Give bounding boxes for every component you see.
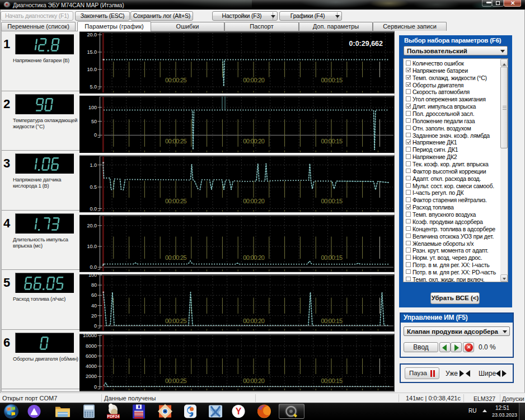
svg-text:100: 100 <box>88 105 97 110</box>
svg-text:00:00:15: 00:00:15 <box>321 254 343 261</box>
svg-text:4000: 4000 <box>86 363 97 369</box>
svg-text:00:00:15: 00:00:15 <box>321 318 343 324</box>
svg-text:80: 80 <box>91 282 97 288</box>
svg-text:0:0:29,662: 0:0:29,662 <box>349 40 383 48</box>
svg-text:50: 50 <box>91 119 97 124</box>
svg-text:10.0: 10.0 <box>87 67 97 72</box>
svg-text:0.5: 0.5 <box>90 184 97 190</box>
svg-text:60: 60 <box>91 292 97 298</box>
svg-text:00:00:15: 00:00:15 <box>321 77 343 83</box>
svg-text:20.0: 20.0 <box>87 223 97 228</box>
svg-text:0: 0 <box>94 323 97 329</box>
svg-text:Y: Y <box>236 407 242 416</box>
svg-text:100: 100 <box>88 272 97 278</box>
svg-text:00:00:20: 00:00:20 <box>243 77 265 83</box>
svg-text:00:00:20: 00:00:20 <box>243 377 265 384</box>
svg-text:00:00:15: 00:00:15 <box>321 138 343 144</box>
svg-text:20.0: 20.0 <box>87 32 97 38</box>
svg-text:6000: 6000 <box>86 353 97 359</box>
svg-text:0: 0 <box>94 384 97 390</box>
svg-text:PDF24: PDF24 <box>107 414 120 418</box>
svg-text:15.0: 15.0 <box>87 49 97 55</box>
svg-text:1.0: 1.0 <box>90 162 97 168</box>
svg-text:00:00:25: 00:00:25 <box>165 377 187 384</box>
svg-text:00:00:20: 00:00:20 <box>243 138 265 144</box>
svg-text:10000: 10000 <box>83 333 97 338</box>
svg-text:00:00:15: 00:00:15 <box>321 377 343 384</box>
svg-text:8000: 8000 <box>86 343 97 349</box>
svg-text:00:00:20: 00:00:20 <box>243 254 265 261</box>
svg-text:00:00:25: 00:00:25 <box>165 77 187 83</box>
svg-text:10.0: 10.0 <box>87 244 97 249</box>
svg-text:00:00:20: 00:00:20 <box>243 318 265 324</box>
svg-text:5.0: 5.0 <box>90 84 97 90</box>
svg-text:00:00:20: 00:00:20 <box>243 198 265 204</box>
svg-text:0.0: 0.0 <box>90 264 97 270</box>
svg-text:00:00:25: 00:00:25 <box>165 318 187 324</box>
svg-text:0.0: 0.0 <box>90 206 97 212</box>
svg-text:2000: 2000 <box>86 374 97 379</box>
svg-text:40: 40 <box>91 303 97 309</box>
svg-text:00:00:25: 00:00:25 <box>165 138 187 144</box>
svg-text:00:00:25: 00:00:25 <box>165 254 187 261</box>
svg-text:0: 0 <box>94 132 97 138</box>
svg-text:00:00:15: 00:00:15 <box>321 198 343 204</box>
svg-text:20: 20 <box>91 313 97 319</box>
svg-text:00:00:25: 00:00:25 <box>165 198 187 204</box>
